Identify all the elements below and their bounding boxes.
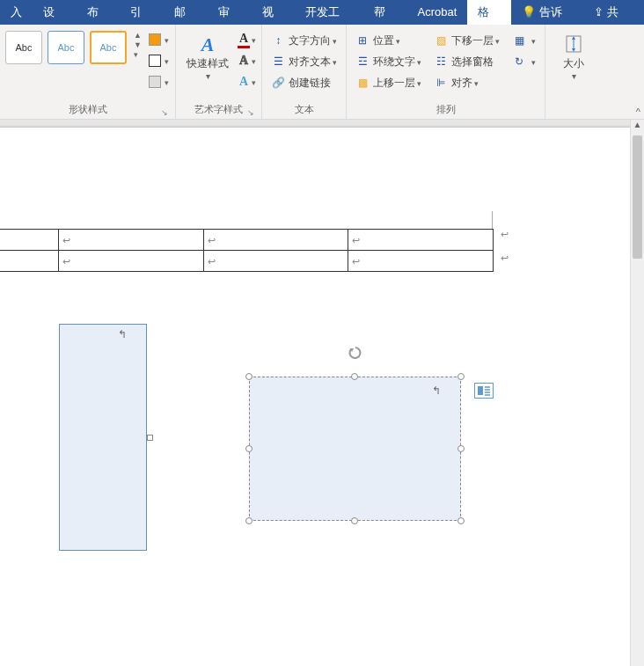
group-icon: ▦ (512, 33, 526, 48)
rotate-handle[interactable] (347, 344, 364, 362)
layout-options-button[interactable] (474, 383, 494, 399)
tab-mailings[interactable]: 邮件 (164, 0, 208, 25)
tab-view[interactable]: 视图 (252, 0, 296, 25)
chevron-down-icon (163, 77, 169, 87)
send-backward-icon: ▧ (434, 33, 448, 48)
wrap-text-icon: ☲ (355, 55, 370, 69)
tabbar: 入 设计 布局 引用 邮件 审阅 视图 开发工具 帮助 Acrobat 格式 💡… (0, 0, 644, 25)
chevron-down-icon (472, 77, 479, 89)
chevron-down-icon (394, 34, 400, 47)
page[interactable]: ↩ ↩ ↩ ↩ ↩ ↩ ↩ ↩ ↩ ↩ ↰ ↰ (0, 127, 630, 666)
resize-handle-se[interactable] (457, 517, 465, 524)
group-arrange: ⊞ 位置 ☲ 环绕文字 ▩ 上移一层 ▧ 下移一层 (347, 25, 545, 119)
align-button[interactable]: ⊫ 对齐 (430, 73, 503, 92)
tab-acrobat[interactable]: Acrobat (406, 0, 467, 25)
svg-marker-3 (572, 36, 575, 40)
gallery-scroll-up[interactable]: ▲ (134, 31, 142, 40)
shape-style-gallery[interactable]: Abc Abc Abc ▲ ▼ ▾ (5, 27, 145, 64)
scrollbar-thumb[interactable] (633, 135, 642, 259)
resize-handle-sw[interactable] (245, 517, 252, 524)
row-end-mark: ↩ (501, 229, 509, 240)
tab-share[interactable]: ⇪共享 (583, 0, 640, 25)
shape-anchor-icon: ↰ (432, 384, 441, 397)
group-text-label: 文本 (267, 103, 340, 119)
selection-pane-button[interactable]: ☷ 选择窗格 (430, 52, 503, 71)
fill-swatch-icon (149, 33, 161, 46)
text-outline[interactable]: A (238, 52, 256, 70)
send-backward-button[interactable]: ▧ 下移一层 (430, 31, 503, 50)
align-text-button[interactable]: ☰ 对齐文本 (267, 52, 340, 71)
resize-handle-ne[interactable] (457, 373, 465, 380)
tab-references[interactable]: 引用 (120, 0, 164, 25)
tab-devtools[interactable]: 开发工具 (295, 0, 361, 25)
resize-handle-s[interactable] (351, 517, 358, 524)
tab-layout[interactable]: 布局 (77, 0, 121, 25)
text-fill-icon: A (238, 32, 250, 48)
group-text: ↕ 文字方向 ☰ 对齐文本 🔗 创建链接 文本 (262, 25, 347, 119)
shape-effects[interactable] (149, 73, 169, 91)
wordart-launcher[interactable]: ↘ (247, 108, 254, 117)
chevron-down-icon (163, 55, 169, 66)
position-icon: ⊞ (355, 33, 370, 48)
create-link-button[interactable]: 🔗 创建链接 (267, 73, 340, 92)
para-mark-icon: ↩ (62, 235, 70, 245)
gallery-scroll-down[interactable]: ▼ (134, 40, 142, 49)
scroll-up-button[interactable]: ▲ (631, 120, 644, 134)
position-button[interactable]: ⊞ 位置 (352, 31, 425, 50)
wordart-a-icon: A (194, 31, 221, 57)
table-row[interactable]: ↩ ↩ ↩ ↩ (0, 251, 494, 272)
text-effects[interactable]: A (238, 73, 256, 91)
wrap-text-label: 环绕文字 (373, 55, 415, 70)
svg-text:A: A (200, 33, 215, 55)
quick-styles-button[interactable]: A 快速样式 (181, 27, 234, 82)
tab-insert[interactable]: 入 (0, 0, 33, 25)
para-mark-icon: ↩ (352, 256, 360, 267)
resize-handle-e[interactable] (457, 445, 465, 452)
shape-outline[interactable] (149, 52, 169, 70)
shape-style-3[interactable]: Abc (90, 31, 127, 64)
resize-handle-w[interactable] (245, 445, 252, 452)
chevron-down-icon (415, 77, 421, 89)
text-direction-label: 文字方向 (289, 33, 331, 48)
group-wordart-label: 艺术字样式 ↘ (181, 103, 256, 119)
vertical-scrollbar[interactable]: ▲ (630, 120, 644, 666)
shape-fill[interactable] (149, 31, 169, 48)
bring-forward-icon: ▩ (355, 76, 370, 90)
text-direction-icon: ↕ (271, 33, 285, 48)
collapse-ribbon-button[interactable]: ^ (636, 106, 640, 117)
group-shape-styles-label: 形状样式 ↘ (5, 103, 170, 119)
shape-style-2[interactable]: Abc (48, 31, 84, 64)
shape-styles-launcher[interactable]: ↘ (161, 108, 168, 117)
ruler-mark (492, 211, 493, 229)
group-size: 大小 (545, 25, 602, 119)
resize-handle-nw[interactable] (245, 373, 252, 380)
tab-format[interactable]: 格式 (467, 0, 511, 25)
chevron-down-icon (250, 77, 256, 87)
row-end-mark: ↩ (501, 252, 509, 264)
group-button[interactable]: ▦ (509, 31, 539, 50)
table-row[interactable]: ↩ ↩ ↩ ↩ (0, 230, 494, 251)
tab-help[interactable]: 帮助 (363, 0, 407, 25)
tab-review[interactable]: 审阅 (208, 0, 252, 25)
text-direction-button[interactable]: ↕ 文字方向 (267, 31, 340, 50)
chevron-down-icon (530, 34, 536, 47)
bring-forward-button[interactable]: ▩ 上移一层 (352, 73, 425, 92)
text-box-2-selected[interactable]: ↰ (249, 377, 461, 521)
tab-tellme[interactable]: 💡告诉我 (511, 0, 583, 25)
text-box-1[interactable]: ↰ (59, 324, 147, 551)
document-table[interactable]: ↩ ↩ ↩ ↩ ↩ ↩ ↩ ↩ (0, 229, 494, 272)
svg-marker-4 (572, 48, 575, 52)
resize-handle[interactable] (147, 435, 153, 441)
tab-design[interactable]: 设计 (33, 0, 77, 25)
gallery-expand[interactable]: ▾ (134, 50, 142, 59)
wrap-text-button[interactable]: ☲ 环绕文字 (352, 52, 425, 71)
rotate-button[interactable]: ↻ (509, 52, 539, 71)
para-mark-icon: ↩ (352, 235, 360, 245)
size-button[interactable]: 大小 (551, 27, 596, 82)
align-text-icon: ☰ (271, 55, 285, 69)
text-fill[interactable]: A (238, 31, 256, 48)
resize-handle-n[interactable] (351, 373, 358, 380)
chevron-down-icon (250, 55, 256, 66)
shape-style-1[interactable]: Abc (5, 31, 42, 64)
lightbulb-icon: 💡 (522, 5, 536, 18)
